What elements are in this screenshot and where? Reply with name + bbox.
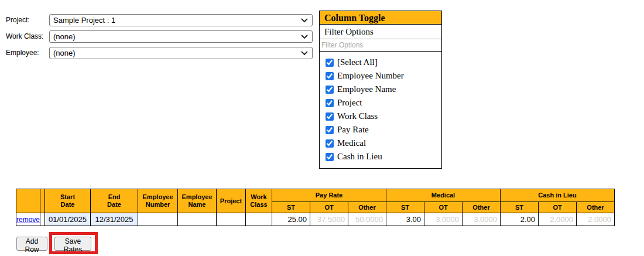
column-toggle-title: Column Toggle bbox=[320, 11, 441, 25]
work-class-cell bbox=[246, 213, 272, 226]
cash-in-lieu-st-cell bbox=[501, 213, 539, 226]
checkbox-label: Employee Number bbox=[337, 71, 404, 81]
filter-options-input[interactable] bbox=[320, 39, 441, 51]
employee-label: Employee: bbox=[6, 49, 49, 57]
medical-st-cell bbox=[386, 213, 424, 226]
pay-rate-st-input[interactable] bbox=[272, 214, 310, 226]
employee-select[interactable]: (none) bbox=[49, 47, 313, 59]
pay-rate-ot-header: OT bbox=[310, 202, 348, 213]
checkbox-row-employee-number[interactable]: Employee Number bbox=[326, 69, 439, 83]
cash-in-lieu-other-header: Other bbox=[577, 202, 615, 213]
cash-in-lieu-checkbox[interactable] bbox=[326, 153, 334, 161]
project-checkbox[interactable] bbox=[326, 99, 334, 107]
medical-ot-header: OT bbox=[424, 202, 463, 213]
project-header: Project bbox=[217, 189, 246, 213]
pay-rate-other-cell bbox=[348, 213, 386, 226]
checkbox-label: Project bbox=[337, 98, 362, 108]
start-date-cell bbox=[45, 213, 91, 226]
remove-cell: remove bbox=[16, 213, 40, 226]
employee-number-cell bbox=[138, 213, 178, 226]
project-cell bbox=[217, 213, 246, 226]
select-all-checkbox[interactable] bbox=[326, 59, 334, 67]
pay-rate-ot-cell bbox=[310, 213, 348, 226]
work-class-select-wrap: (none) bbox=[49, 30, 313, 43]
remove-link[interactable]: remove bbox=[16, 216, 40, 224]
employee-select-wrap: (none) bbox=[49, 47, 313, 59]
medical-ot-input bbox=[424, 214, 462, 226]
medical-other-input bbox=[463, 214, 500, 226]
checkbox-label: Work Class bbox=[337, 111, 378, 121]
medical-other-header: Other bbox=[463, 202, 501, 213]
column-toggle-panel: Column Toggle Filter Options [Select All… bbox=[319, 11, 442, 169]
checkbox-row-medical[interactable]: Medical bbox=[326, 136, 439, 150]
medical-st-input[interactable] bbox=[386, 214, 424, 226]
pay-rate-group-header: Pay Rate bbox=[272, 189, 386, 202]
save-rates-button[interactable]: Save Rates bbox=[54, 237, 91, 251]
table-row: remove bbox=[16, 213, 615, 226]
checkbox-label: [Select All] bbox=[337, 57, 378, 67]
cash-in-lieu-ot-input bbox=[539, 214, 576, 226]
checkbox-row-project[interactable]: Project bbox=[326, 96, 439, 110]
cash-in-lieu-ot-cell bbox=[539, 213, 577, 226]
cash-in-lieu-other-cell bbox=[577, 213, 615, 226]
start-date-input[interactable] bbox=[45, 214, 90, 226]
employee-number-header: Employee Number bbox=[138, 189, 178, 213]
employee-name-cell bbox=[178, 213, 217, 226]
rates-table: Start Date End Date Employee Number Empl… bbox=[16, 189, 615, 226]
work-class-input[interactable] bbox=[246, 214, 272, 226]
pay-rate-other-header: Other bbox=[348, 202, 386, 213]
action-column-header bbox=[16, 189, 40, 213]
checkbox-row-select-all[interactable]: [Select All] bbox=[326, 56, 439, 69]
project-input[interactable] bbox=[217, 214, 245, 226]
pay-rate-other-input bbox=[348, 214, 386, 226]
project-select-wrap: Sample Project : 1 bbox=[49, 14, 313, 26]
employee-name-input[interactable] bbox=[178, 214, 216, 226]
medical-group-header: Medical bbox=[386, 189, 501, 202]
page: Project: Sample Project : 1 Work Class: … bbox=[0, 0, 644, 256]
end-date-cell bbox=[91, 213, 138, 226]
start-date-header: Start Date bbox=[45, 189, 91, 213]
employee-name-header: Employee Name bbox=[178, 189, 217, 213]
employee-number-input[interactable] bbox=[138, 214, 177, 226]
pay-rate-st-header: ST bbox=[272, 202, 310, 213]
cash-in-lieu-group-header: Cash in Lieu bbox=[501, 189, 615, 202]
medical-st-header: ST bbox=[386, 202, 424, 213]
checkbox-row-employee-name[interactable]: Employee Name bbox=[326, 83, 439, 96]
medical-checkbox[interactable] bbox=[326, 139, 334, 148]
work-class-checkbox[interactable] bbox=[326, 112, 334, 121]
cash-in-lieu-st-input[interactable] bbox=[501, 214, 538, 226]
cash-in-lieu-st-header: ST bbox=[501, 202, 539, 213]
medical-other-cell bbox=[463, 213, 501, 226]
checkbox-label: Medical bbox=[337, 138, 366, 148]
checkbox-label: Employee Name bbox=[337, 84, 396, 94]
separator-column-header bbox=[40, 189, 45, 213]
column-checkbox-list: [Select All] Employee Number Employee Na… bbox=[320, 52, 441, 168]
end-date-header: End Date bbox=[91, 189, 138, 213]
project-field-row: Project: Sample Project : 1 bbox=[6, 12, 313, 28]
checkbox-row-work-class[interactable]: Work Class bbox=[326, 110, 439, 123]
pay-rate-st-cell bbox=[272, 213, 310, 226]
employee-name-checkbox[interactable] bbox=[326, 86, 334, 94]
project-label: Project: bbox=[6, 16, 49, 24]
checkbox-row-cash-in-lieu[interactable]: Cash in Lieu bbox=[326, 150, 439, 163]
filter-input-row bbox=[320, 39, 441, 52]
project-select[interactable]: Sample Project : 1 bbox=[49, 14, 313, 26]
medical-ot-cell bbox=[424, 213, 463, 226]
work-class-label: Work Class: bbox=[6, 32, 49, 40]
separator-cell bbox=[40, 213, 45, 226]
work-class-select[interactable]: (none) bbox=[49, 30, 313, 43]
add-row-button[interactable]: Add Row bbox=[16, 237, 47, 251]
checkbox-label: Cash in Lieu bbox=[337, 152, 382, 162]
pay-rate-ot-input bbox=[310, 214, 348, 226]
cash-in-lieu-other-input bbox=[577, 214, 614, 226]
checkbox-row-pay-rate[interactable]: Pay Rate bbox=[326, 123, 439, 136]
employee-number-checkbox[interactable] bbox=[326, 72, 334, 80]
work-class-field-row: Work Class: (none) bbox=[6, 27, 313, 46]
employee-field-row: Employee: (none) bbox=[6, 45, 313, 60]
pay-rate-checkbox[interactable] bbox=[326, 126, 334, 134]
end-date-input[interactable] bbox=[91, 214, 138, 226]
checkbox-label: Pay Rate bbox=[337, 125, 369, 135]
filter-options-label: Filter Options bbox=[320, 25, 441, 39]
work-class-header: Work Class bbox=[246, 189, 272, 213]
cash-in-lieu-ot-header: OT bbox=[539, 202, 577, 213]
